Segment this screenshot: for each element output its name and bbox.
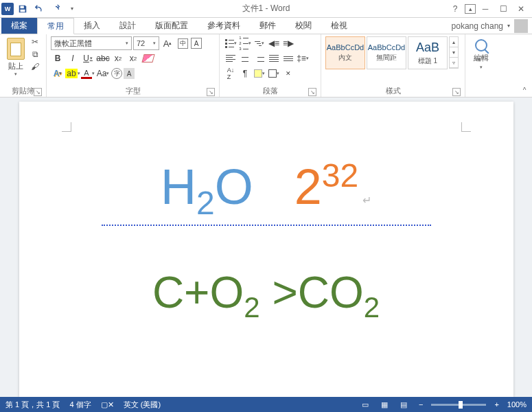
styles-scroll-up[interactable]: ▴	[450, 37, 458, 47]
align-right-button[interactable]	[253, 52, 266, 65]
group-paragraph-label: 段落	[263, 87, 278, 95]
status-words[interactable]: 4 個字	[69, 400, 91, 410]
font-color-button[interactable]: A▾	[81, 67, 95, 80]
tab-file[interactable]: 檔案	[1, 18, 37, 34]
copy-button[interactable]: ⧉	[29, 49, 41, 60]
align-center-button[interactable]	[238, 52, 252, 65]
minimize-button[interactable]: ─	[477, 2, 494, 16]
status-page[interactable]: 第 1 頁，共 1 頁	[5, 400, 60, 410]
underline-button[interactable]: U▾	[81, 52, 95, 65]
window-title: 文件1 - Word	[242, 3, 290, 14]
view-print-button[interactable]: ▦	[378, 399, 391, 410]
font-size-combo[interactable]: 72▾	[133, 36, 159, 50]
tab-review[interactable]: 校閱	[286, 18, 321, 34]
borders-button[interactable]: ▾	[267, 67, 281, 80]
view-web-button[interactable]: ▤	[397, 399, 410, 410]
format-painter-button[interactable]: 🖌	[29, 61, 41, 72]
text-exp[interactable]: 232↵	[294, 157, 371, 215]
undo-button[interactable]	[32, 1, 47, 16]
cut-button[interactable]: ✂	[29, 36, 41, 47]
margin-mark	[62, 122, 71, 132]
doc-line-2[interactable]: C+O2 >CO2	[47, 267, 486, 324]
bullets-button[interactable]: ▾	[224, 36, 238, 50]
character-border-button[interactable]: A	[191, 38, 202, 49]
styles-launcher[interactable]: ↘	[452, 88, 461, 96]
text-h2o[interactable]: H2O	[161, 159, 253, 222]
tab-view[interactable]: 檢視	[321, 18, 357, 34]
paragraph-launcher[interactable]: ↘	[308, 88, 316, 96]
group-font: 微軟正黑體▾ 72▾ A▴ 中 A B I U▾ abc x2 x2 A▾ ab…	[47, 34, 220, 97]
zoom-slider[interactable]	[431, 404, 486, 406]
group-styles: AaBbCcDd 內文 AaBbCcDd 無間距 AaB 標題 1 ▴ ▾ ▿ …	[321, 34, 465, 97]
page[interactable]: H2O 232↵ C+O2 >CO2	[19, 102, 513, 397]
clipboard-launcher[interactable]: ↘	[34, 88, 42, 96]
increase-indent-button[interactable]: ≡▶	[281, 36, 295, 50]
group-editing: 編輯 ▾	[465, 34, 497, 97]
doc-line-1[interactable]: H2O 232↵	[47, 157, 486, 222]
tab-mailings[interactable]: 郵件	[250, 18, 286, 34]
help-button[interactable]: ?	[447, 2, 463, 16]
shading-button[interactable]: ▾	[253, 67, 266, 80]
text-effects-button[interactable]: A▾	[51, 67, 65, 80]
phonetic-guide-button[interactable]: 中	[176, 36, 189, 50]
ribbon-display-button[interactable]: ▴	[465, 4, 476, 14]
line-spacing-button[interactable]: ‡≡▾	[296, 52, 310, 65]
strikethrough-button[interactable]: abc	[96, 52, 110, 65]
user-menu-arrow[interactable]: ▾	[507, 23, 510, 29]
maximize-button[interactable]: ☐	[495, 2, 511, 16]
enclose-characters-button[interactable]: 字	[111, 68, 122, 79]
svg-rect-0	[21, 5, 24, 8]
status-bar: 第 1 頁，共 1 頁 4 個字 ▢✕ 英文 (美國) ▭ ▦ ▤ − + 10…	[0, 397, 532, 412]
view-read-button[interactable]: ▭	[358, 399, 372, 410]
highlight-button[interactable]: ab▾	[66, 67, 80, 80]
user-name[interactable]: pokang chang	[452, 21, 503, 31]
zoom-in-button[interactable]: +	[491, 400, 501, 409]
asian-layout-button[interactable]: ✕	[281, 67, 295, 80]
change-case-button[interactable]: Aa▾	[96, 67, 110, 80]
tab-home[interactable]: 常用	[37, 18, 74, 34]
justify-button[interactable]	[267, 52, 281, 65]
status-language[interactable]: 英文 (美國)	[124, 400, 161, 410]
document-area[interactable]: H2O 232↵ C+O2 >CO2	[0, 98, 532, 397]
multilevel-list-button[interactable]: ▾	[253, 36, 266, 50]
tab-design[interactable]: 設計	[110, 18, 146, 34]
subscript-button[interactable]: x2	[111, 52, 125, 65]
font-launcher[interactable]: ↘	[207, 88, 215, 96]
qat-customize-button[interactable]: ▾	[65, 1, 80, 16]
styles-expand[interactable]: ▿	[450, 58, 458, 68]
tab-insert[interactable]: 插入	[74, 18, 110, 34]
font-name-combo[interactable]: 微軟正黑體▾	[51, 36, 132, 50]
zoom-level[interactable]: 100%	[507, 400, 527, 409]
style-heading1[interactable]: AaB 標題 1	[408, 36, 448, 69]
numbering-button[interactable]: 123▾	[238, 36, 252, 50]
tab-references[interactable]: 參考資料	[198, 18, 250, 34]
close-button[interactable]: ✕	[513, 2, 529, 16]
clear-formatting-button[interactable]	[141, 52, 155, 65]
group-clipboard-label: 剪貼簿	[12, 87, 34, 95]
avatar[interactable]	[514, 19, 528, 33]
paste-icon	[7, 38, 25, 60]
styles-scroll-down[interactable]: ▾	[450, 47, 458, 58]
grow-font-button[interactable]: A▴	[161, 36, 174, 50]
zoom-out-button[interactable]: −	[416, 400, 426, 409]
align-left-button[interactable]	[224, 52, 238, 65]
character-shading-button[interactable]: A	[124, 68, 135, 79]
group-paragraph: ▾ 123▾ ▾ ◀≡ ≡▶ ‡≡▾ A↓Z ¶ ▾ ▾ ✕	[220, 34, 321, 97]
decrease-indent-button[interactable]: ◀≡	[267, 36, 281, 50]
tab-layout[interactable]: 版面配置	[146, 18, 198, 34]
bold-button[interactable]: B	[51, 52, 65, 65]
distributed-button[interactable]	[281, 52, 295, 65]
editing-button[interactable]: 編輯	[474, 53, 489, 63]
style-normal[interactable]: AaBbCcDd 內文	[325, 36, 365, 69]
paste-button[interactable]: 貼上 ▾	[4, 36, 27, 77]
save-button[interactable]	[15, 1, 30, 16]
style-no-spacing[interactable]: AaBbCcDd 無間距	[367, 36, 406, 69]
show-marks-button[interactable]: ¶	[238, 67, 252, 80]
collapse-ribbon-button[interactable]: ^	[520, 85, 529, 95]
superscript-button[interactable]: x2	[126, 52, 140, 65]
paragraph-mark: ↵	[362, 194, 371, 206]
italic-button[interactable]: I	[66, 52, 80, 65]
redo-button[interactable]	[48, 1, 63, 16]
sort-button[interactable]: A↓Z	[224, 67, 238, 80]
status-proofing-icon[interactable]: ▢✕	[101, 400, 114, 409]
